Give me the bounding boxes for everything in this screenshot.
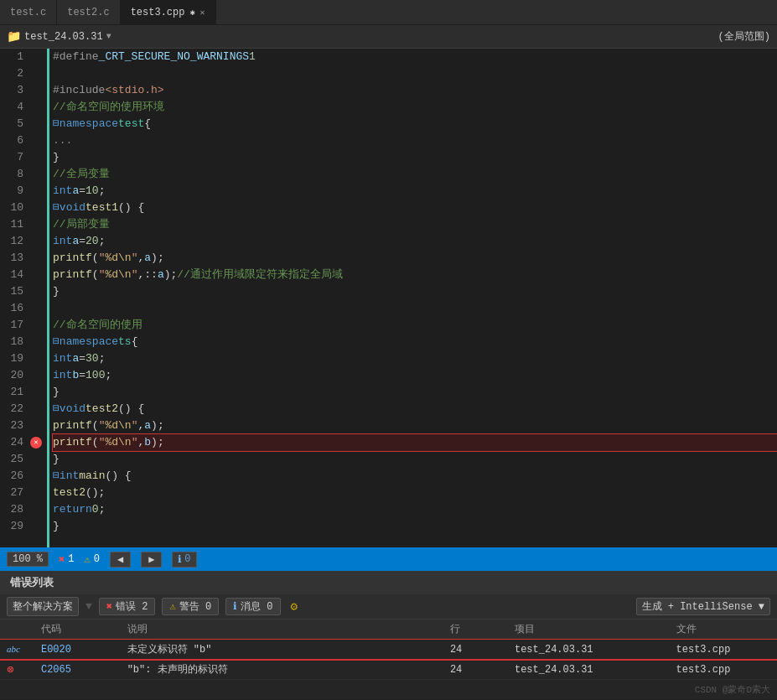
gutter-17: [30, 317, 47, 334]
tab-bar: test.c test2.c test3.cpp ✱ ✕: [0, 0, 777, 25]
warning-count: ⚠ 0: [84, 553, 99, 566]
code-line-9[interactable]: int a = 10;: [53, 183, 777, 200]
warning-count-label: 0: [94, 553, 100, 565]
project-dropdown-icon[interactable]: ▼: [106, 32, 111, 41]
gutter-13: [30, 250, 47, 267]
line-number-20: 20: [7, 367, 23, 384]
table-row[interactable]: ⊗C2065"b": 未声明的标识符24test_24.03.31test3.c…: [0, 660, 777, 680]
error-code-cell: C2065: [34, 660, 121, 680]
zoom-selector[interactable]: 100 %: [7, 552, 49, 567]
code-line-16[interactable]: [53, 300, 777, 317]
nav-forward-button[interactable]: ▶: [141, 552, 162, 568]
gutter-14: [30, 267, 47, 283]
tab-test3-cpp[interactable]: test3.cpp ✱ ✕: [121, 0, 216, 24]
line-number-26: 26: [7, 468, 23, 485]
message-badge-label: 消息 0: [241, 599, 272, 614]
tab-close-icon[interactable]: ✕: [199, 8, 205, 18]
code-line-10[interactable]: ⊟void test1() {: [53, 200, 777, 216]
error-panel: 错误列表 整个解决方案 ▼ ✖ 错误 2 ⚠ 警告 0 ℹ 消息 0 ⚙ 生成 …: [0, 571, 777, 699]
editor-area: 1234567891011121314151617181920212223242…: [0, 49, 777, 547]
code-editor[interactable]: #define _CRT_SECURE_NO_WARNINGS 1 #inclu…: [49, 49, 777, 547]
error-badge-icon: ✖: [106, 600, 112, 613]
code-line-2[interactable]: [53, 65, 777, 82]
scope-dropdown[interactable]: 整个解决方案: [7, 597, 79, 616]
code-line-13[interactable]: printf("%d\n", a);: [53, 250, 777, 267]
project-bar: 📁 test_24.03.31 ▼ (全局范围): [0, 25, 777, 49]
line-number-27: 27: [7, 485, 23, 501]
line-number-5: 5: [7, 116, 23, 132]
line-number-1: 1: [7, 49, 23, 65]
code-line-23[interactable]: printf("%d\n", a);: [53, 417, 777, 434]
line-number-28: 28: [7, 501, 23, 518]
code-line-28[interactable]: return 0;: [53, 501, 777, 518]
build-label: 生成 + IntelliSense: [642, 601, 753, 613]
line-number-14: 14: [7, 267, 23, 283]
code-line-29[interactable]: }: [53, 518, 777, 535]
message-badge-icon: ℹ: [233, 600, 237, 613]
code-line-17[interactable]: //命名空间的使用: [53, 317, 777, 334]
gutter-23: [30, 417, 47, 434]
gutter-26: [30, 468, 47, 485]
code-line-24[interactable]: printf("%d\n", b);: [53, 434, 777, 451]
code-line-26[interactable]: ⊟int main() {: [53, 468, 777, 485]
col-header-line: 行: [443, 620, 508, 640]
code-line-8[interactable]: //全局变量: [53, 166, 777, 183]
code-line-18[interactable]: ⊟namespace ts {: [53, 334, 777, 350]
code-line-19[interactable]: int a = 30;: [53, 350, 777, 367]
code-line-12[interactable]: int a = 20;: [53, 233, 777, 250]
line-number-13: 13: [7, 250, 23, 267]
tab-label: test3.cpp: [131, 7, 185, 18]
code-line-14[interactable]: printf("%d\n", ::a);//通过作用域限定符来指定全局域: [53, 267, 777, 283]
error-count: ✖ 1: [59, 553, 74, 566]
code-line-15[interactable]: }: [53, 283, 777, 300]
line-number-23: 23: [7, 417, 23, 434]
code-line-7[interactable]: }: [53, 149, 777, 166]
gutter-2: [30, 65, 47, 82]
code-line-22[interactable]: ⊟void test2() {: [53, 401, 777, 417]
build-dropdown[interactable]: 生成 + IntelliSense ▼: [636, 598, 770, 615]
gutter-6: [30, 132, 47, 149]
info-icon: ℹ: [178, 553, 182, 566]
error-badge[interactable]: ✖ 错误 2: [99, 598, 156, 615]
code-line-27[interactable]: test2();: [53, 485, 777, 501]
error-table: 代码 说明 行 项目 文件 abcE0020未定义标识符 "b"24test_2…: [0, 620, 777, 680]
info-button[interactable]: ℹ 0: [172, 552, 196, 568]
error-desc-cell: 未定义标识符 "b": [121, 640, 443, 660]
table-row[interactable]: abcE0020未定义标识符 "b"24test_24.03.31test3.c…: [0, 640, 777, 660]
error-dot-24: ✕: [30, 437, 42, 449]
gutter-5: [30, 116, 47, 132]
code-line-25[interactable]: }: [53, 451, 777, 468]
scope-label: (全局范围): [718, 29, 770, 44]
code-line-6[interactable]: ...: [53, 132, 777, 149]
tab-modified-icon: ✱: [189, 8, 194, 18]
filter-icon: ⚙: [291, 599, 298, 614]
warning-badge[interactable]: ⚠ 警告 0: [162, 598, 219, 615]
gutter-1: [30, 49, 47, 65]
nav-back-button[interactable]: ◀: [110, 552, 131, 568]
code-line-3[interactable]: #include <stdio.h>: [53, 82, 777, 99]
line-number-16: 16: [7, 300, 23, 317]
error-count-label: 1: [68, 553, 74, 565]
line-number-11: 11: [7, 216, 23, 233]
code-line-21[interactable]: }: [53, 384, 777, 401]
col-header-desc: 说明: [121, 620, 443, 640]
line-number-17: 17: [7, 317, 23, 334]
tab-test2-c[interactable]: test2.c: [57, 0, 120, 24]
line-number-15: 15: [7, 283, 23, 300]
line-number-6: 6: [7, 132, 23, 149]
code-line-11[interactable]: //局部变量: [53, 216, 777, 233]
warning-icon: ⚠: [84, 553, 90, 566]
error-badge-label: 错误 2: [116, 599, 148, 614]
project-info: 📁 test_24.03.31 ▼: [7, 29, 712, 44]
code-line-5[interactable]: ⊟namespace test {: [53, 116, 777, 132]
code-line-1[interactable]: #define _CRT_SECURE_NO_WARNINGS 1: [53, 49, 777, 65]
tab-test-c[interactable]: test.c: [0, 0, 57, 24]
tab-label: test.c: [10, 7, 46, 18]
gutter-25: [30, 451, 47, 468]
line-number-10: 10: [7, 200, 23, 216]
line-number-4: 4: [7, 99, 23, 116]
code-line-20[interactable]: int b = 100;: [53, 367, 777, 384]
line-number-19: 19: [7, 350, 23, 367]
message-badge[interactable]: ℹ 消息 0: [225, 598, 280, 615]
code-line-4[interactable]: //命名空间的使用环境: [53, 99, 777, 116]
